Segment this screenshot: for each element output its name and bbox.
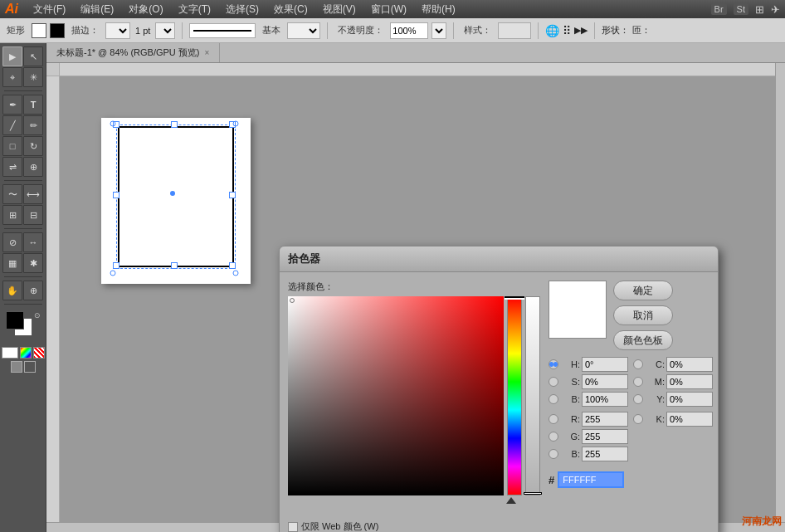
menu-text[interactable]: 文字(T) xyxy=(172,1,217,18)
opacity-input[interactable] xyxy=(390,22,428,39)
b-rgb-input[interactable] xyxy=(582,447,628,461)
zoom-tool[interactable]: ⊕ xyxy=(23,281,43,300)
more-icon[interactable]: ▶▶ xyxy=(574,25,588,36)
rotate-handle-bl[interactable] xyxy=(110,267,116,274)
confirm-button[interactable]: 确定 xyxy=(613,281,673,300)
width-tool[interactable]: ⟷ xyxy=(23,184,43,204)
shapebuilder-tool[interactable]: ⊞ xyxy=(2,205,22,225)
stock-icon[interactable]: St xyxy=(734,3,748,15)
selection-tool[interactable]: ▶ xyxy=(2,46,22,66)
brush-tool[interactable]: ✏ xyxy=(23,115,43,135)
menu-file[interactable]: 文件(F) xyxy=(27,1,72,18)
scale-tool[interactable]: ⊕ xyxy=(23,157,43,177)
m-input[interactable] xyxy=(666,374,713,389)
direct-select-tool[interactable]: ↖ xyxy=(23,46,43,66)
stroke-swatch[interactable] xyxy=(50,23,65,38)
c-input[interactable] xyxy=(666,357,713,372)
r-input[interactable] xyxy=(582,412,628,427)
symbol-tool[interactable]: ✱ xyxy=(23,253,43,273)
color-gradient-field[interactable] xyxy=(288,296,504,495)
align-icon[interactable]: ⠿ xyxy=(563,24,571,37)
shape-options-icon[interactable]: 形状： xyxy=(602,24,629,37)
menu-window[interactable]: 窗口(W) xyxy=(364,1,413,18)
hex-input[interactable] xyxy=(558,471,624,488)
m-radio[interactable] xyxy=(633,377,643,387)
b-rgb-radio[interactable] xyxy=(549,449,558,459)
menu-view[interactable]: 视图(V) xyxy=(316,1,363,18)
handle-tm[interactable] xyxy=(171,121,178,128)
y-input[interactable] xyxy=(666,392,713,407)
selected-rectangle[interactable] xyxy=(118,126,234,267)
canvas-vscroll[interactable] xyxy=(775,63,785,522)
fill-type-select[interactable] xyxy=(287,22,320,39)
rotate-handle-br[interactable] xyxy=(232,267,239,274)
rectangle-tool[interactable]: □ xyxy=(2,136,22,156)
handle-mr[interactable] xyxy=(229,192,236,198)
b-hsb-input[interactable] xyxy=(582,392,628,407)
mirror-tool[interactable]: ⇌ xyxy=(2,157,22,177)
s-radio[interactable] xyxy=(549,377,558,387)
s-input[interactable] xyxy=(582,374,628,389)
rotate-handle-tl[interactable] xyxy=(110,118,116,124)
normal-mode-btn[interactable] xyxy=(11,361,22,373)
k-input[interactable] xyxy=(666,412,713,427)
menu-object[interactable]: 对象(O) xyxy=(122,1,169,18)
graph-tool[interactable]: ▦ xyxy=(2,253,22,273)
k-radio[interactable] xyxy=(633,414,643,424)
line-style-preview[interactable] xyxy=(189,23,256,38)
no-color-btn[interactable] xyxy=(33,347,45,359)
line-tool[interactable]: ╱ xyxy=(2,115,22,135)
menu-help[interactable]: 帮助(H) xyxy=(415,1,462,18)
stroke-select[interactable] xyxy=(105,22,130,39)
document-tab[interactable]: 未标题-1* @ 84% (RGB/GPU 预览) × xyxy=(46,43,220,62)
fill-swatch[interactable] xyxy=(32,23,46,38)
opacity-slider[interactable] xyxy=(525,296,540,495)
hand-tool[interactable]: ✋ xyxy=(2,281,22,300)
hue-slider[interactable] xyxy=(507,296,522,495)
r-radio[interactable] xyxy=(549,414,558,424)
menu-edit[interactable]: 编辑(E) xyxy=(74,1,120,18)
rotate-tool[interactable]: ↻ xyxy=(23,136,43,156)
handle-bm[interactable] xyxy=(171,262,178,269)
opacity-label: 不透明度： xyxy=(334,22,387,38)
pen-tool[interactable]: ✒ xyxy=(2,95,22,115)
fullscreen-btn[interactable] xyxy=(24,361,36,373)
menu-effect[interactable]: 效果(C) xyxy=(267,1,314,18)
web-colors-checkbox[interactable] xyxy=(288,522,298,532)
h-radio[interactable] xyxy=(549,359,558,369)
shape-extra-icon[interactable]: 匝： xyxy=(632,24,651,37)
gradient-swatch[interactable] xyxy=(20,347,32,359)
fill-color-swatch[interactable] xyxy=(6,311,24,329)
c-radio[interactable] xyxy=(633,359,643,369)
h-input[interactable] xyxy=(582,357,628,372)
hue-track xyxy=(507,296,522,495)
lasso-tool[interactable]: ⌖ xyxy=(2,67,22,87)
fill-none-btn[interactable] xyxy=(2,347,18,359)
menu-select[interactable]: 选择(S) xyxy=(219,1,266,18)
measure-tool[interactable]: ↔ xyxy=(23,232,43,252)
web-icon[interactable]: 🌐 xyxy=(545,24,559,37)
handle-ml[interactable] xyxy=(113,192,119,198)
pathfinder-tool[interactable]: ⊟ xyxy=(23,205,43,225)
grid-icon[interactable]: ⊞ xyxy=(755,3,764,16)
swatch-button[interactable]: 颜色色板 xyxy=(613,330,673,350)
style-preview[interactable] xyxy=(498,22,531,39)
eyedropper-tool[interactable]: ⊘ xyxy=(2,232,22,252)
opacity-thumb[interactable] xyxy=(524,492,542,495)
bridge-icon[interactable]: Br xyxy=(711,3,727,15)
y-radio[interactable] xyxy=(633,394,643,404)
warp-tool[interactable]: 〜 xyxy=(2,184,22,204)
magic-wand-tool[interactable]: ✳ xyxy=(23,67,43,87)
type-tool[interactable]: T xyxy=(23,95,43,115)
cancel-button[interactable]: 取消 xyxy=(613,305,673,325)
hue-thumb[interactable] xyxy=(505,296,524,300)
rotate-handle-tr[interactable] xyxy=(232,118,239,124)
g-input[interactable] xyxy=(582,429,628,444)
tab-close-btn[interactable]: × xyxy=(205,48,210,57)
b-hsb-radio[interactable] xyxy=(549,394,558,404)
reset-color-icon[interactable]: ⊙ xyxy=(34,311,41,320)
opacity-options[interactable] xyxy=(432,22,446,39)
g-radio[interactable] xyxy=(549,432,558,442)
stroke-type-select[interactable] xyxy=(155,22,175,39)
send-icon[interactable]: ✈ xyxy=(771,3,780,16)
